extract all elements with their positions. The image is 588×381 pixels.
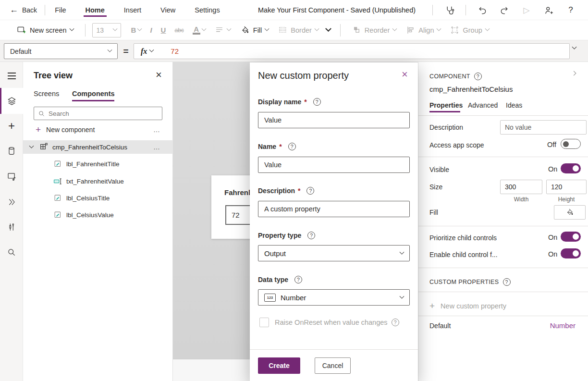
formula-bar: Default = fx 72 xyxy=(0,40,588,62)
label-control-icon xyxy=(53,194,62,202)
access-app-scope-toggle[interactable] xyxy=(561,139,581,149)
tab-screens[interactable]: Screens xyxy=(34,90,59,98)
help-icon[interactable]: ? xyxy=(306,187,314,195)
help-icon[interactable]: ? xyxy=(392,319,399,326)
data-rail-icon[interactable] xyxy=(0,139,23,162)
chevron-down-icon xyxy=(69,26,74,31)
tab-ideas[interactable]: Ideas xyxy=(506,101,522,109)
font-size-value: 13 xyxy=(97,26,104,34)
dialog-close-icon[interactable]: × xyxy=(402,68,408,81)
custom-properties-header-text: CUSTOM PROPERTIES xyxy=(429,279,499,285)
chevron-down-icon[interactable] xyxy=(29,143,34,148)
help-icon[interactable]: ? xyxy=(565,4,576,16)
tree-item-label[interactable]: lbl_CelsiusTitle xyxy=(23,191,173,205)
tab-components[interactable]: Components xyxy=(72,90,115,98)
border-button: Border xyxy=(278,25,318,35)
search-icon xyxy=(38,110,45,117)
new-screen-button[interactable]: New screen xyxy=(16,25,74,35)
size-width-input[interactable] xyxy=(500,180,542,194)
collapse-panel-icon[interactable] xyxy=(572,71,576,76)
formula-input[interactable]: fx 72 xyxy=(134,43,570,59)
active-tab-underline xyxy=(429,111,460,112)
fill-color-picker[interactable] xyxy=(554,205,586,220)
undo-icon[interactable] xyxy=(477,4,488,16)
power-automate-rail-icon[interactable] xyxy=(0,190,23,213)
fill-button[interactable]: Fill xyxy=(240,25,269,35)
help-icon[interactable]: ? xyxy=(288,143,296,150)
formula-bar-expand-icon[interactable] xyxy=(572,45,577,49)
chevron-down-icon xyxy=(437,26,441,31)
preview-play-icon: ▷ xyxy=(521,4,532,16)
raise-onreset-row: Raise OnReset when value changes ? xyxy=(259,318,399,327)
help-icon[interactable]: ? xyxy=(307,232,315,239)
prioritize-child-controls-label: Prioritize child controls xyxy=(429,234,497,242)
menu-insert[interactable]: Insert xyxy=(123,1,142,19)
menu-home[interactable]: Home xyxy=(85,1,106,19)
default-property-value[interactable]: Number xyxy=(550,321,576,330)
property-type-label: Property type ? xyxy=(258,232,315,239)
menu-settings[interactable]: Settings xyxy=(194,1,220,19)
hamburger-menu-icon[interactable] xyxy=(0,64,23,87)
help-icon[interactable]: ? xyxy=(294,276,302,283)
size-label: Size xyxy=(429,183,442,191)
insert-rail-icon[interactable]: + xyxy=(0,114,23,137)
name-input[interactable] xyxy=(258,157,410,173)
visible-toggle[interactable] xyxy=(561,163,581,173)
new-component-button[interactable]: + New component … xyxy=(23,123,173,136)
header-divider xyxy=(466,5,466,15)
description-property-input[interactable] xyxy=(500,120,587,135)
display-name-input[interactable] xyxy=(258,112,410,128)
tree-item-textinput[interactable]: txt_FahrenheitValue xyxy=(23,174,173,188)
help-icon[interactable]: ? xyxy=(313,98,321,106)
tree-item-label[interactable]: lbl_FahrenheitTitle xyxy=(23,157,173,171)
fx-selector[interactable]: fx xyxy=(134,44,160,59)
property-selector[interactable]: Default xyxy=(4,43,118,59)
raise-onreset-label: Raise OnReset when value changes xyxy=(275,319,388,326)
tab-properties[interactable]: Properties xyxy=(429,101,463,109)
property-type-dropdown[interactable]: Output xyxy=(258,245,410,261)
tree-view-close-icon[interactable]: × xyxy=(156,69,162,81)
plus-icon: + xyxy=(429,301,435,311)
tree-search-box[interactable] xyxy=(34,107,162,120)
tree-item-component[interactable]: cmp_FahrenheitToCelsius … xyxy=(23,140,173,154)
chevron-down-icon xyxy=(485,26,490,31)
custom-properties-header: CUSTOM PROPERTIES ? xyxy=(429,278,511,286)
more-options-icon[interactable]: … xyxy=(153,143,161,151)
advanced-tools-rail-icon[interactable] xyxy=(0,215,23,238)
help-icon[interactable]: ? xyxy=(503,278,511,286)
back-button[interactable]: ← Back xyxy=(0,5,45,15)
formula-value[interactable]: 72 xyxy=(160,47,179,55)
data-type-dropdown[interactable]: 123 Number xyxy=(258,289,410,306)
more-formatting-chevron-icon[interactable] xyxy=(325,25,331,32)
menu-view[interactable]: View xyxy=(159,1,176,19)
font-size-combo[interactable]: 13 xyxy=(92,23,121,37)
app-checker-icon[interactable] xyxy=(443,4,455,16)
media-rail-icon[interactable] xyxy=(0,165,23,188)
share-user-icon[interactable] xyxy=(543,4,554,16)
panel-divider xyxy=(418,268,588,268)
tree-view-rail-icon[interactable] xyxy=(0,88,23,114)
help-icon[interactable]: ? xyxy=(474,73,482,80)
enable-child-control-label: Enable child control f... xyxy=(429,251,498,258)
more-options-icon[interactable]: … xyxy=(153,126,161,134)
cancel-button[interactable]: Cancel xyxy=(315,357,351,374)
search-rail-icon[interactable] xyxy=(0,241,23,264)
redo-icon[interactable] xyxy=(499,4,510,16)
menu-file[interactable]: File xyxy=(54,1,67,19)
fill-property-label: Fill xyxy=(429,209,438,216)
description-input[interactable] xyxy=(258,201,410,217)
property-type-label-text: Property type xyxy=(258,232,301,239)
tree-search-input[interactable] xyxy=(49,110,158,117)
tree-item-label[interactable]: lbl_CelsiusValue xyxy=(23,208,173,221)
chevron-down-icon xyxy=(392,26,397,31)
new-custom-property-button[interactable]: + New custom property xyxy=(418,297,588,315)
tree-view-panel: Tree view × Screens Components + New com… xyxy=(23,62,173,381)
property-selector-value: Default xyxy=(10,48,31,55)
text-input-control-icon xyxy=(53,177,62,186)
tab-advanced[interactable]: Advanced xyxy=(468,101,498,109)
size-height-input[interactable] xyxy=(546,180,587,194)
create-button[interactable]: Create xyxy=(258,357,300,374)
enable-child-control-toggle[interactable] xyxy=(561,248,581,258)
tree-view-title: Tree view xyxy=(34,71,73,81)
prioritize-child-controls-toggle[interactable] xyxy=(561,232,581,242)
